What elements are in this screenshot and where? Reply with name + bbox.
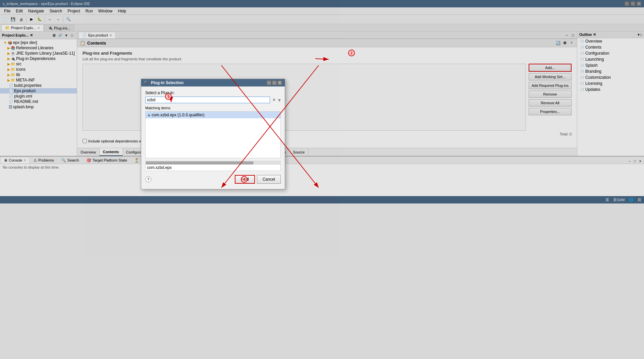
dialog-minimize-btn[interactable]: − — [267, 80, 271, 85]
dialog-help-btn[interactable]: ? — [145, 176, 151, 182]
step-3-badge: 3 — [165, 93, 172, 100]
selection-field[interactable] — [145, 164, 281, 171]
step-4-badge: 4 — [241, 176, 248, 183]
scrollbar-thumb[interactable] — [146, 162, 253, 164]
modal-overlay: 🔌 Plug-in Selection − □ ✕ Select a Plug-… — [0, 0, 644, 359]
clear-search-btn[interactable]: ✕ — [271, 97, 277, 103]
plugin-item-icon-0: ◈ — [148, 113, 150, 117]
matching-items-label: Matching items: — [145, 106, 281, 110]
dropdown-icon[interactable]: ▾ — [278, 97, 281, 103]
plugin-search-input[interactable] — [145, 97, 270, 103]
dialog-footer: ? Add Cancel — [145, 174, 281, 185]
step-2-badge: 2 — [348, 50, 355, 56]
matching-item-0[interactable]: ◈ com.xzbd.epx (1.0.0.qualifier) — [146, 112, 280, 118]
dialog-maximize-btn[interactable]: □ — [272, 80, 277, 85]
matching-list-scrollbar[interactable] — [145, 161, 281, 164]
dialog-close-btn[interactable]: ✕ — [277, 80, 282, 85]
plugin-selection-dialog: 🔌 Plug-in Selection − □ ✕ Select a Plug-… — [141, 79, 285, 189]
dialog-title-bar: 🔌 Plug-in Selection − □ ✕ — [141, 79, 285, 86]
dialog-body: Select a Plug-in: ✕ ▾ Matching items: ◈ … — [141, 86, 285, 189]
dialog-plugin-icon: 🔌 — [144, 80, 149, 85]
dialog-title: Plug-in Selection — [151, 80, 183, 85]
matching-item-0-label: com.xzbd.epx (1.0.0.qualifier) — [152, 113, 204, 117]
dialog-cancel-btn[interactable]: Cancel — [257, 175, 281, 184]
matching-items-list[interactable]: ◈ com.xzbd.epx (1.0.0.qualifier) — [145, 111, 281, 158]
dialog-title-buttons: − □ ✕ — [267, 80, 282, 85]
